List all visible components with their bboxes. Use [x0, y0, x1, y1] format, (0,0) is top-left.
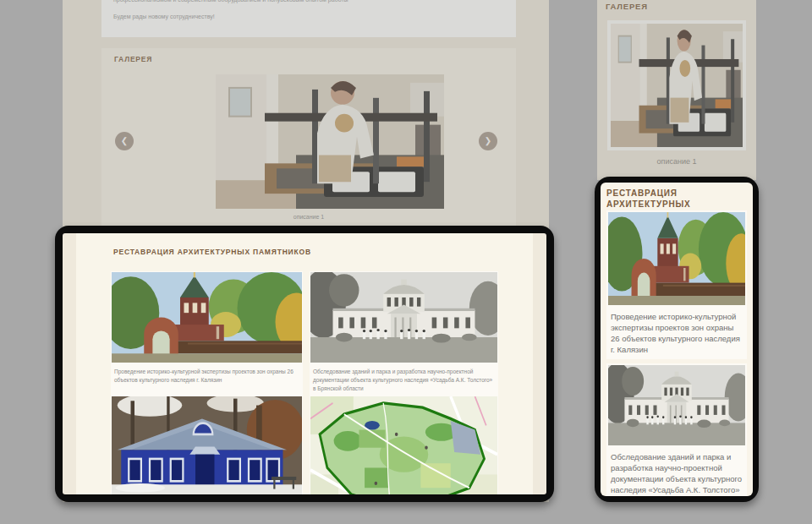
gallery-slide-card[interactable] — [607, 20, 746, 150]
project-caption: Обследование зданий и парка и разработка… — [310, 363, 498, 393]
intro-section: профессионализмом и современным оборудов… — [102, 0, 516, 37]
intro-text-clipped: профессионализмом и современным оборудов… — [113, 0, 348, 3]
mobile-viewport-top: ГАЛЕРЕЯ описание 1 — [597, 0, 756, 180]
project-card[interactable] — [310, 396, 498, 494]
project-card[interactable]: Проведение историко-культурной экспертиз… — [111, 271, 303, 396]
tablet-device-frame: РЕСТАВРАЦИЯ АРХИТЕКТУРНЫХ ПАМЯТНИКОВ Про… — [55, 226, 554, 502]
restoration-section-heading: РЕСТАВРАЦИЯ АРХИТЕКТУРНЫХ ПАМЯТНИКОВ — [113, 248, 311, 256]
mobile-device-frame: РЕСТАВРАЦИЯ АРХИТЕКТУРНЫХ ПАМЯТНИКОВ Про… — [595, 177, 759, 502]
project-card[interactable] — [111, 396, 303, 494]
gallery-slide-caption: описание 1 — [597, 157, 756, 166]
gallery-slide-scanner-photo[interactable] — [611, 24, 743, 147]
project-card[interactable]: Обследование зданий и парка и разработка… — [310, 271, 498, 396]
responsive-preview-canvas: профессионализмом и современным оборудов… — [0, 0, 812, 524]
church-color-photo[interactable] — [112, 272, 302, 363]
protection-zones-map[interactable] — [310, 396, 497, 494]
gallery-slide-scanner-photo[interactable] — [216, 74, 444, 209]
gallery-heading: ГАЛЕРЕЯ — [114, 55, 152, 63]
chevron-left-icon: ❮ — [115, 132, 134, 150]
tablet-screen: РЕСТАВРАЦИЯ АРХИТЕКТУРНЫХ ПАМЯТНИКОВ Про… — [63, 233, 546, 494]
gallery-slide-caption: описание 1 — [102, 214, 516, 220]
project-caption: Проведение историко-культурной экспертиз… — [606, 307, 747, 355]
church-color-photo[interactable] — [608, 212, 745, 305]
chevron-right-icon: ❯ — [479, 132, 497, 150]
blue-house-winter-photo[interactable] — [112, 396, 302, 494]
project-card[interactable]: Проведение историко-культурной экспертиз… — [606, 210, 747, 359]
carousel-next-button[interactable]: ❯ — [479, 132, 497, 150]
project-card[interactable]: Обследование зданий и парка и разработка… — [606, 363, 747, 496]
gallery-heading: ГАЛЕРЕЯ — [606, 2, 648, 11]
mobile-screen: РЕСТАВРАЦИЯ АРХИТЕКТУРНЫХ ПАМЯТНИКОВ Про… — [601, 183, 753, 496]
manor-bw-photo[interactable] — [608, 365, 745, 445]
intro-text: Будем рады новому сотрудничеству! — [113, 14, 215, 19]
carousel-prev-button[interactable]: ❮ — [115, 132, 134, 150]
manor-bw-photo[interactable] — [310, 272, 497, 363]
project-caption: Проведение историко-культурной экспертиз… — [111, 363, 303, 385]
project-caption: Обследование зданий и парка и разработка… — [606, 447, 747, 496]
